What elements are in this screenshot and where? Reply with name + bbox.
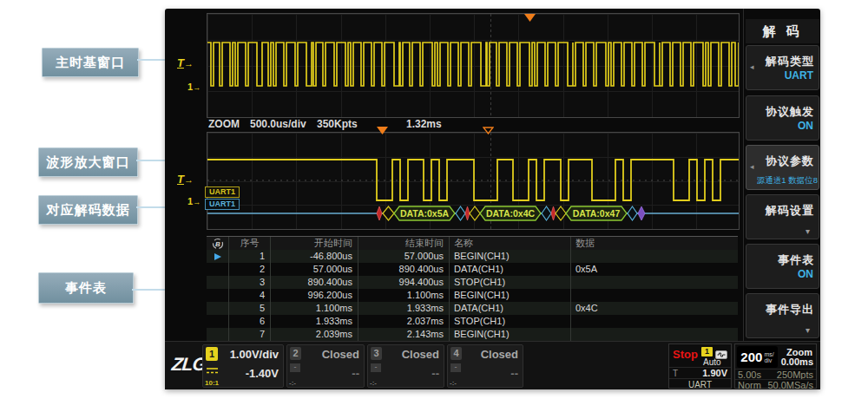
cell-end: 1.100ms — [358, 289, 450, 302]
channel-2-block[interactable]: 2Closed----:- — [286, 344, 365, 388]
trigger-level-marker-main: T→ — [177, 56, 194, 69]
channel-1-block[interactable]: 11.00V/div-1.40V10:1 — [202, 344, 284, 388]
menu-button-value: ON — [798, 268, 813, 280]
cell-data — [571, 276, 738, 289]
table-row[interactable]: 3890.400us994.400usSTOP(CH1) — [207, 276, 738, 289]
cell-seq: 5 — [229, 302, 271, 315]
channel-4-badge: 4 — [450, 347, 462, 360]
menu-title: 解 码 — [746, 19, 819, 43]
menu-button-value: ON — [798, 120, 813, 132]
callout-box-2: 对应解码数据 — [38, 195, 138, 225]
cell-seq: 3 — [229, 276, 271, 289]
header-3: 名称 — [450, 237, 571, 250]
cell-start: 1.933ms — [271, 315, 358, 328]
svg-text:DATA:0x4C: DATA:0x4C — [486, 208, 536, 219]
menu-button-label: 解码设置 — [766, 203, 814, 219]
channel-scale: Closed — [322, 348, 359, 361]
channel-3-badge: 3 — [371, 347, 382, 360]
annotated-oscilloscope-screenshot: 主时基窗口波形放大窗口对应解码数据事件表 T→ 1→ ZOOM 500.0us/… — [0, 0, 868, 399]
trigger-mode: Auto — [703, 357, 721, 367]
menu-button-label: 协议触发 — [766, 104, 814, 120]
menu-button-event-table[interactable]: 事件表ON — [746, 244, 819, 289]
channel-scale: 1.00V/div — [230, 348, 279, 361]
coupling-placeholder: - — [450, 363, 461, 372]
menu-button-value: UART — [785, 69, 813, 82]
oscilloscope-screen: T→ 1→ ZOOM 500.0us/div 350Kpts 1.32ms DA… — [165, 9, 820, 389]
callout-box-3: 事件表 — [38, 272, 134, 304]
uart1-decode-label: UART1 — [205, 199, 240, 210]
main-waveform — [207, 14, 739, 117]
trigger-level-marker-zoom: T→ — [177, 173, 194, 186]
channel-3-block[interactable]: 3Closed----:- — [367, 344, 444, 388]
zoom-offset: 1.32ms — [406, 118, 442, 130]
cell-name: BEGIN(CH1) — [450, 328, 571, 341]
menu-button-event-export[interactable]: 事件导出▾ — [746, 293, 819, 338]
cell-start: -46.800us — [271, 250, 358, 263]
menu-button-protocol-params[interactable]: ◂协议参数源通道1 数据位8 — [746, 145, 819, 190]
decode-stop-diamond-icon — [456, 206, 465, 220]
decode-error-marker-icon — [377, 206, 382, 220]
menu-button-decode-type[interactable]: ◂解码类型UART — [746, 45, 819, 90]
row-marker-cell — [207, 276, 229, 289]
header-1: 开始时间 — [271, 237, 358, 250]
channel-4-block[interactable]: 4Closed----:- — [447, 344, 523, 388]
decode-data-bubble: DATA:0x5A — [394, 206, 455, 220]
cell-seq: 4 — [229, 289, 271, 302]
callout-box-0: 主时基窗口 — [42, 48, 139, 77]
cell-name: BEGIN(CH1) — [450, 289, 571, 302]
cell-name: STOP(CH1) — [450, 315, 571, 328]
main-timebase-window — [207, 13, 740, 118]
acquisition-row2: Norm 50.0MSa/s — [735, 379, 816, 390]
zoom-title: ZOOM — [208, 118, 240, 130]
menu-button-decode-settings[interactable]: 解码设置▾ — [746, 194, 819, 239]
channel-offset: -- — [431, 367, 439, 380]
cell-name: DATA(CH1) — [450, 302, 571, 315]
channel1-position-marker-main: 1→ — [187, 82, 201, 92]
table-row[interactable]: 1-46.800us57.000usBEGIN(CH1) — [207, 250, 738, 263]
table-row[interactable]: 61.933ms2.037msSTOP(CH1) — [207, 315, 738, 328]
table-row[interactable]: 4996.200us1.100msBEGIN(CH1) — [207, 289, 738, 302]
cell-end: 2.037ms — [358, 315, 450, 328]
row-pointer-icon — [214, 253, 221, 260]
event-table: B序号开始时间结束时间名称数据1-46.800us57.000usBEGIN(C… — [207, 236, 738, 340]
row-marker-cell — [207, 289, 229, 302]
zoom-scale: 500.0us/div — [250, 118, 306, 130]
table-row[interactable]: 72.039ms2.143msBEGIN(CH1) — [207, 328, 738, 341]
cell-end: 1.933ms — [358, 302, 450, 315]
cell-start: 57.000us — [271, 263, 358, 276]
svg-text:B: B — [215, 240, 220, 248]
zoom-info-bar: ZOOM 500.0us/div 350Kpts 1.32ms — [207, 118, 740, 131]
trigger-type: UART — [669, 378, 731, 390]
table-row[interactable]: 257.000us890.400usDATA(CH1)0x5A — [207, 263, 738, 276]
cell-data — [571, 328, 738, 341]
channel-offset: -1.40V — [246, 367, 279, 380]
callout-box-1: 波形放大窗口 — [38, 147, 138, 177]
row-marker-cell — [207, 263, 229, 276]
zoom-trigger-triangle-icon[interactable] — [483, 127, 494, 134]
trigger-source-badge: 1 — [701, 347, 713, 356]
channel-probe-ratio: -:- — [289, 379, 296, 387]
dc-coupling-icon — [206, 363, 219, 379]
callout-label: 事件表 — [65, 280, 107, 297]
table-row[interactable]: 51.100ms1.933msDATA(CH1)0x4C — [207, 302, 738, 315]
decode-start-diamond-icon — [383, 206, 394, 220]
zoom-start-triangle-icon[interactable] — [377, 127, 388, 134]
row-marker-cell — [207, 302, 229, 315]
cell-start: 890.400us — [271, 276, 358, 289]
timebase-status-block[interactable]: 200 ms/div Zoom 0.00ms 5.00s 250Mpts Nor… — [734, 343, 817, 389]
decode-stop-diamond-icon — [542, 206, 551, 220]
decode-stop-diamond-icon — [628, 206, 637, 220]
cell-name: DATA(CH1) — [450, 263, 571, 276]
trigger-position-triangle-icon[interactable] — [524, 14, 536, 22]
menu-button-label: 事件表 — [778, 252, 814, 268]
decode-start-diamond-icon — [470, 206, 480, 220]
row-marker-cell — [207, 250, 229, 263]
zoom-waveform-and-decode: DATA:0x5ADATA:0x4CDATA:0x47 — [207, 133, 739, 229]
callout-label: 主时基窗口 — [56, 55, 125, 71]
cell-data: 0x4C — [571, 302, 738, 315]
trigger-status-block[interactable]: Stop 1 Auto T 1.90V UART — [668, 343, 732, 389]
bottom-status-bar: ZLG® 11.00V/div-1.40V10:12Closed----:-3C… — [165, 341, 820, 389]
menu-button-protocol-trigger[interactable]: 协议触发ON — [746, 95, 819, 141]
row-marker-cell — [207, 328, 229, 341]
cell-seq: 2 — [229, 263, 271, 276]
